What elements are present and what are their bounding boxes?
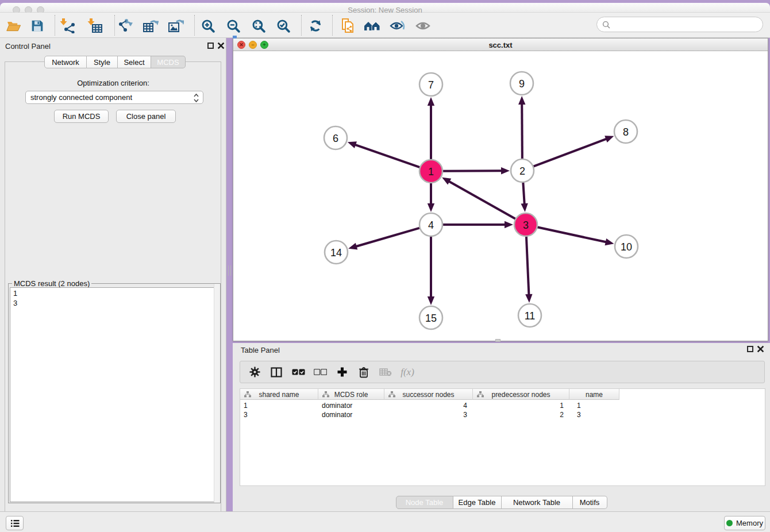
node-label-8: 8 <box>623 126 629 138</box>
memory-status-icon <box>726 520 733 526</box>
edge-arrowhead <box>348 141 357 148</box>
edge-arrowhead <box>525 294 532 303</box>
zoom-selected-button[interactable] <box>273 17 294 34</box>
edge-arrowhead <box>605 238 614 245</box>
tab-network[interactable]: Network <box>44 56 87 68</box>
first-neighbors-button[interactable] <box>362 17 383 34</box>
save-session-icon <box>31 20 44 32</box>
cytoscape-app: Session: New Session <box>0 0 770 532</box>
control-panel-header: Control Panel <box>0 38 226 55</box>
float-table-panel-icon[interactable] <box>747 346 753 352</box>
hierarchy-icon <box>244 391 251 398</box>
save-session-button[interactable] <box>27 17 48 34</box>
memory-label: Memory <box>736 519 763 527</box>
result-scrollbar[interactable] <box>214 284 220 503</box>
hierarchy-icon <box>388 391 395 398</box>
unchecked-boxes-icon <box>314 369 327 375</box>
panel-splitter-grip[interactable] <box>228 265 231 276</box>
tab-mcds[interactable]: MCDS <box>151 56 186 68</box>
table-row[interactable]: 3dominator323 <box>240 410 619 419</box>
tab-style[interactable]: Style <box>87 56 118 68</box>
clone-network-button[interactable] <box>337 17 358 34</box>
column-header-name[interactable]: name <box>569 389 619 400</box>
import-network-button[interactable] <box>57 17 78 34</box>
show-all-button[interactable] <box>413 17 433 34</box>
cell-predecessor-nodes: 2 <box>473 410 569 419</box>
edge-arrowhead <box>428 97 434 106</box>
memory-button[interactable]: Memory <box>724 516 765 530</box>
canvas-resize-grip[interactable] <box>495 339 500 342</box>
table-panel-title: Table Panel <box>241 346 280 354</box>
tab-edge-table[interactable]: Edge Table <box>453 496 502 509</box>
edge-3-11[interactable] <box>526 236 529 295</box>
mcds-result-list[interactable]: 1 3 <box>10 287 219 502</box>
control-panel-title: Control Panel <box>5 42 51 51</box>
close-table-panel-icon[interactable] <box>757 345 764 353</box>
edge-3-10[interactable] <box>537 227 607 242</box>
search-input[interactable] <box>596 17 763 32</box>
tab-network-table[interactable]: Network Table <box>502 496 573 509</box>
table-settings-button[interactable] <box>244 367 265 377</box>
edge-2-3[interactable] <box>523 182 524 205</box>
mcds-result-group: MCDS result (2 nodes) 1 3 <box>8 283 221 503</box>
delete-column-button[interactable] <box>353 367 375 378</box>
column-header-predecessor-nodes[interactable]: predecessor nodes <box>473 389 569 400</box>
node-table[interactable]: shared nameMCDS rolesuccessor nodesprede… <box>240 388 765 486</box>
criterion-dropdown[interactable]: strongly connected component <box>25 91 203 104</box>
apply-layout-icon <box>309 19 322 33</box>
zoom-in-icon <box>201 19 215 33</box>
cell-predecessor-nodes: 1 <box>473 401 569 410</box>
control-panel: Control Panel NetworkStyleSelectMCDS Opt… <box>0 38 226 511</box>
columns-icon <box>271 367 282 377</box>
list-icon <box>10 519 20 527</box>
close-panel-button[interactable]: Close panel <box>116 110 176 123</box>
edge-3-1[interactable] <box>448 181 515 219</box>
unselect-all-columns-button[interactable] <box>309 369 331 375</box>
node-label-15: 15 <box>425 313 437 324</box>
zoom-out-button[interactable] <box>223 17 244 34</box>
select-all-columns-button[interactable] <box>287 369 309 375</box>
task-history-button[interactable] <box>6 516 24 530</box>
table-row[interactable]: 1dominator411 <box>240 401 619 410</box>
tab-select[interactable]: Select <box>118 56 151 68</box>
network-view-window: ✕ − + scc.txt 1234678910111415 <box>233 38 768 341</box>
zoom-fit-button[interactable] <box>248 17 269 34</box>
table-panel-tabs: Node TableEdge TableNetwork TableMotifs <box>233 496 770 509</box>
edge-2-9[interactable] <box>522 103 522 159</box>
float-panel-icon[interactable] <box>207 43 214 49</box>
edge-4-14[interactable] <box>356 228 420 247</box>
edge-1-2[interactable] <box>442 171 502 171</box>
apply-layout-button[interactable] <box>305 17 326 34</box>
close-panel-icon[interactable] <box>217 42 225 49</box>
import-table-button[interactable] <box>85 17 106 34</box>
delete-table-icon <box>379 368 392 376</box>
edge-2-8[interactable] <box>533 138 607 167</box>
edge-arrowhead <box>521 203 528 212</box>
control-panel-tabs: NetworkStyleSelectMCDS <box>44 56 186 68</box>
tab-node-table[interactable]: Node Table <box>396 496 453 509</box>
cell-name: 3 <box>569 410 619 419</box>
hide-selected-button[interactable] <box>387 17 408 34</box>
column-header-shared-name[interactable]: shared name <box>240 389 318 400</box>
network-window-titlebar[interactable]: ✕ − + scc.txt <box>233 38 768 51</box>
zoom-in-button[interactable] <box>198 17 218 34</box>
network-graph[interactable]: 1234678910111415 <box>233 51 768 341</box>
show-columns-button[interactable] <box>265 367 287 377</box>
export-image-button[interactable] <box>165 17 186 34</box>
edge-arrowhead <box>501 167 510 174</box>
tab-motifs[interactable]: Motifs <box>573 496 607 509</box>
open-file-button[interactable] <box>3 17 24 34</box>
create-column-button[interactable] <box>331 367 353 377</box>
delete-table-button[interactable] <box>375 368 396 376</box>
zoom-fit-icon <box>252 19 265 33</box>
column-header-MCDS-role[interactable]: MCDS role <box>318 389 384 400</box>
trash-icon <box>359 367 369 378</box>
column-header-successor-nodes[interactable]: successor nodes <box>384 389 473 400</box>
run-mcds-button[interactable]: Run MCDS <box>54 110 109 123</box>
checked-boxes-icon <box>292 369 305 375</box>
export-network-button[interactable] <box>115 17 136 34</box>
function-builder-button[interactable]: f(x) <box>396 367 418 378</box>
edge-1-6[interactable] <box>355 145 420 168</box>
network-canvas[interactable]: 1234678910111415 <box>233 51 768 341</box>
export-table-button[interactable] <box>140 17 161 34</box>
